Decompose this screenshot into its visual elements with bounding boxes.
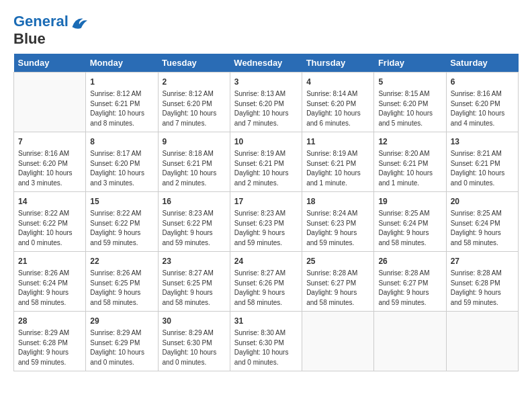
calendar-cell: [302, 312, 374, 371]
page-header: GeneralBlue: [13, 13, 519, 47]
day-info: Sunrise: 8:22 AMSunset: 6:22 PMDaylight:…: [90, 209, 153, 248]
day-info: Sunrise: 8:23 AMSunset: 6:22 PMDaylight:…: [163, 209, 226, 248]
day-info: Sunrise: 8:17 AMSunset: 6:20 PMDaylight:…: [90, 149, 153, 188]
day-number: 14: [18, 195, 81, 208]
day-number: 15: [90, 195, 153, 208]
day-info: Sunrise: 8:22 AMSunset: 6:22 PMDaylight:…: [18, 209, 81, 248]
day-info: Sunrise: 8:19 AMSunset: 6:21 PMDaylight:…: [234, 149, 298, 188]
day-number: 23: [163, 255, 226, 267]
day-info: Sunrise: 8:21 AMSunset: 6:21 PMDaylight:…: [451, 149, 514, 188]
day-number: 21: [18, 255, 81, 267]
calendar-week-row: 28Sunrise: 8:29 AMSunset: 6:28 PMDayligh…: [14, 312, 519, 371]
calendar-cell: 4Sunrise: 8:14 AMSunset: 6:20 PMDaylight…: [302, 73, 374, 132]
day-info: Sunrise: 8:16 AMSunset: 6:20 PMDaylight:…: [451, 89, 514, 128]
calendar-cell: 25Sunrise: 8:28 AMSunset: 6:27 PMDayligh…: [302, 252, 374, 312]
day-info: Sunrise: 8:29 AMSunset: 6:29 PMDaylight:…: [90, 328, 153, 367]
day-number: 17: [234, 195, 298, 208]
calendar-cell: 5Sunrise: 8:15 AMSunset: 6:20 PMDaylight…: [374, 73, 446, 132]
weekday-header-friday: Friday: [374, 54, 446, 73]
day-number: 19: [378, 195, 441, 208]
calendar-week-row: 1Sunrise: 8:12 AMSunset: 6:21 PMDaylight…: [14, 73, 519, 132]
calendar-cell: 1Sunrise: 8:12 AMSunset: 6:21 PMDaylight…: [86, 73, 158, 132]
calendar-cell: 23Sunrise: 8:27 AMSunset: 6:25 PMDayligh…: [158, 252, 230, 312]
day-info: Sunrise: 8:26 AMSunset: 6:24 PMDaylight:…: [18, 269, 81, 308]
calendar-cell: [14, 73, 86, 132]
weekday-header-wednesday: Wednesday: [230, 54, 302, 73]
day-info: Sunrise: 8:13 AMSunset: 6:20 PMDaylight:…: [234, 89, 298, 128]
day-info: Sunrise: 8:29 AMSunset: 6:30 PMDaylight:…: [163, 328, 226, 367]
day-info: Sunrise: 8:23 AMSunset: 6:23 PMDaylight:…: [234, 209, 298, 248]
day-info: Sunrise: 8:27 AMSunset: 6:26 PMDaylight:…: [234, 269, 298, 308]
day-number: 13: [451, 136, 514, 148]
calendar-cell: 28Sunrise: 8:29 AMSunset: 6:28 PMDayligh…: [14, 312, 86, 371]
day-number: 2: [163, 76, 226, 88]
calendar-cell: 9Sunrise: 8:18 AMSunset: 6:21 PMDaylight…: [158, 132, 230, 192]
day-number: 3: [234, 76, 298, 88]
day-number: 4: [306, 76, 369, 88]
calendar-cell: 26Sunrise: 8:28 AMSunset: 6:27 PMDayligh…: [374, 252, 446, 312]
calendar-cell: 12Sunrise: 8:20 AMSunset: 6:21 PMDayligh…: [374, 132, 446, 192]
calendar-cell: 29Sunrise: 8:29 AMSunset: 6:29 PMDayligh…: [86, 312, 158, 371]
day-number: 29: [90, 315, 153, 327]
day-info: Sunrise: 8:28 AMSunset: 6:27 PMDaylight:…: [306, 269, 369, 308]
calendar-table: SundayMondayTuesdayWednesdayThursdayFrid…: [13, 54, 519, 371]
day-number: 5: [378, 76, 441, 88]
day-info: Sunrise: 8:25 AMSunset: 6:24 PMDaylight:…: [451, 209, 514, 248]
calendar-cell: 2Sunrise: 8:12 AMSunset: 6:20 PMDaylight…: [158, 73, 230, 132]
calendar-cell: 15Sunrise: 8:22 AMSunset: 6:22 PMDayligh…: [86, 192, 158, 252]
weekday-header-saturday: Saturday: [446, 54, 518, 73]
calendar-cell: 8Sunrise: 8:17 AMSunset: 6:20 PMDaylight…: [86, 132, 158, 192]
day-number: 1: [90, 76, 153, 88]
day-number: 10: [234, 136, 298, 148]
day-number: 31: [234, 315, 298, 327]
calendar-cell: 31Sunrise: 8:30 AMSunset: 6:30 PMDayligh…: [230, 312, 302, 371]
day-info: Sunrise: 8:30 AMSunset: 6:30 PMDaylight:…: [234, 328, 298, 367]
day-number: 27: [451, 255, 514, 267]
calendar-week-row: 14Sunrise: 8:22 AMSunset: 6:22 PMDayligh…: [14, 192, 519, 252]
day-number: 22: [90, 255, 153, 267]
day-info: Sunrise: 8:24 AMSunset: 6:23 PMDaylight:…: [306, 209, 369, 248]
calendar-cell: 21Sunrise: 8:26 AMSunset: 6:24 PMDayligh…: [14, 252, 86, 312]
calendar-week-row: 21Sunrise: 8:26 AMSunset: 6:24 PMDayligh…: [14, 252, 519, 312]
page-container: GeneralBlue SundayMondayTuesdayWednesday…: [13, 13, 519, 371]
calendar-cell: 30Sunrise: 8:29 AMSunset: 6:30 PMDayligh…: [158, 312, 230, 371]
day-info: Sunrise: 8:14 AMSunset: 6:20 PMDaylight:…: [306, 89, 369, 128]
day-number: 11: [306, 136, 369, 148]
weekday-header-sunday: Sunday: [14, 54, 86, 73]
day-info: Sunrise: 8:20 AMSunset: 6:21 PMDaylight:…: [378, 149, 441, 188]
weekday-header-thursday: Thursday: [302, 54, 374, 73]
calendar-cell: [446, 312, 518, 371]
day-number: 9: [163, 136, 226, 148]
weekday-header-row: SundayMondayTuesdayWednesdayThursdayFrid…: [14, 54, 519, 73]
calendar-cell: 7Sunrise: 8:16 AMSunset: 6:20 PMDaylight…: [14, 132, 86, 192]
day-number: 28: [18, 315, 81, 327]
day-info: Sunrise: 8:27 AMSunset: 6:25 PMDaylight:…: [163, 269, 226, 308]
day-number: 30: [163, 315, 226, 327]
day-info: Sunrise: 8:28 AMSunset: 6:28 PMDaylight:…: [451, 269, 514, 308]
day-number: 8: [90, 136, 153, 148]
calendar-cell: 27Sunrise: 8:28 AMSunset: 6:28 PMDayligh…: [446, 252, 518, 312]
day-number: 18: [306, 195, 369, 208]
day-number: 20: [451, 195, 514, 208]
calendar-cell: 14Sunrise: 8:22 AMSunset: 6:22 PMDayligh…: [14, 192, 86, 252]
weekday-header-monday: Monday: [86, 54, 158, 73]
logo: GeneralBlue: [13, 13, 89, 47]
day-number: 26: [378, 255, 441, 267]
day-number: 25: [306, 255, 369, 267]
day-info: Sunrise: 8:26 AMSunset: 6:25 PMDaylight:…: [90, 269, 153, 308]
calendar-cell: 11Sunrise: 8:19 AMSunset: 6:21 PMDayligh…: [302, 132, 374, 192]
day-number: 7: [18, 136, 81, 148]
day-number: 16: [163, 195, 226, 208]
calendar-cell: 16Sunrise: 8:23 AMSunset: 6:22 PMDayligh…: [158, 192, 230, 252]
day-info: Sunrise: 8:12 AMSunset: 6:20 PMDaylight:…: [163, 89, 226, 128]
calendar-cell: 20Sunrise: 8:25 AMSunset: 6:24 PMDayligh…: [446, 192, 518, 252]
calendar-cell: 13Sunrise: 8:21 AMSunset: 6:21 PMDayligh…: [446, 132, 518, 192]
calendar-cell: [374, 312, 446, 371]
calendar-cell: 17Sunrise: 8:23 AMSunset: 6:23 PMDayligh…: [230, 192, 302, 252]
calendar-cell: 24Sunrise: 8:27 AMSunset: 6:26 PMDayligh…: [230, 252, 302, 312]
calendar-cell: 3Sunrise: 8:13 AMSunset: 6:20 PMDaylight…: [230, 73, 302, 132]
logo-text: GeneralBlue: [13, 13, 89, 47]
day-info: Sunrise: 8:25 AMSunset: 6:24 PMDaylight:…: [378, 209, 441, 248]
day-number: 24: [234, 255, 298, 267]
weekday-header-tuesday: Tuesday: [158, 54, 230, 73]
